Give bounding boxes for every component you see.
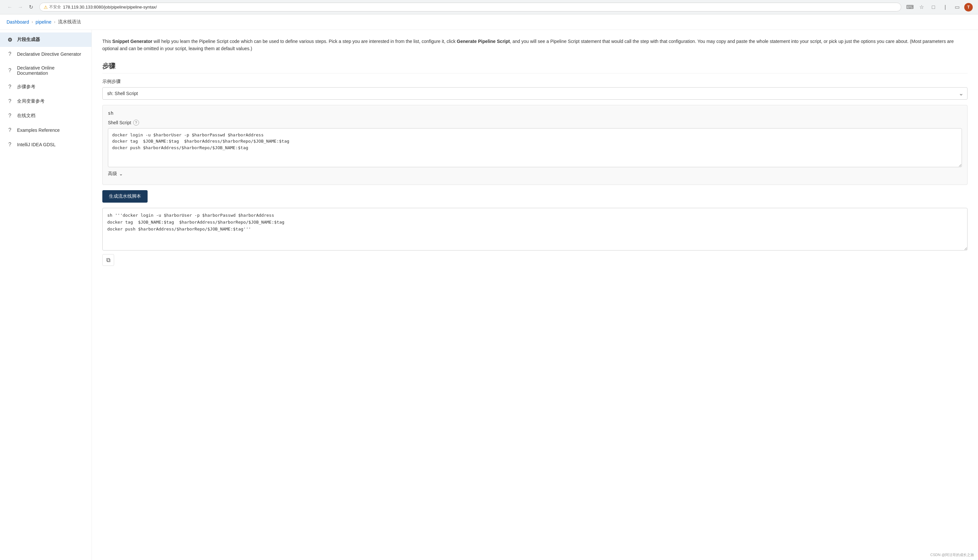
main-content: This Snippet Generator will help you lea… bbox=[92, 30, 978, 560]
main-area: ⚙ 片段生成器 ? Declarative Directive Generato… bbox=[0, 30, 978, 560]
snippet-generator-bold: Snippet Generator bbox=[112, 39, 152, 44]
side-panel-icon[interactable]: ▭ bbox=[953, 3, 961, 12]
breadcrumb-sep-2: › bbox=[54, 20, 55, 24]
code-block-container: sh Shell Script ? docker login -u $harbo… bbox=[102, 105, 968, 185]
generate-pipeline-script-bold: Generate Pipeline Script bbox=[457, 39, 510, 44]
sidebar-item-global-variables[interactable]: ? 全局变量参考 bbox=[0, 94, 92, 108]
sidebar-item-declarative-directive[interactable]: ? Declarative Directive Generator bbox=[0, 47, 92, 61]
profile-icon[interactable]: | bbox=[941, 3, 950, 12]
sidebar-item-snippet-generator[interactable]: ⚙ 片段生成器 bbox=[0, 32, 92, 47]
bookmark-icon[interactable]: ☆ bbox=[917, 3, 926, 12]
advanced-toggle[interactable]: 高级 ⌄ bbox=[108, 168, 123, 179]
field-label: Shell Script ? bbox=[108, 120, 962, 125]
sidebar-item-online-docs[interactable]: ? 在线文档 bbox=[0, 108, 92, 123]
shell-script-textarea[interactable]: docker login -u $harborUser -p $harborPa… bbox=[108, 128, 962, 168]
sidebar-label-steps-reference: 步骤参考 bbox=[17, 84, 35, 90]
question-circle-icon-5: ? bbox=[7, 127, 13, 133]
translate-icon[interactable]: ⌨ bbox=[905, 3, 915, 12]
sidebar-label-global-variables: 全局变量参考 bbox=[17, 98, 45, 104]
nav-buttons: ← → ↻ bbox=[5, 3, 35, 12]
code-label: sh bbox=[108, 110, 962, 116]
breadcrumb-sep-1: › bbox=[32, 20, 33, 24]
question-circle-icon-6: ? bbox=[7, 141, 13, 148]
security-warning-icon: ⚠ bbox=[43, 5, 48, 10]
url-text[interactable]: 178.119.30.133:8080/job/pipeline/pipelin… bbox=[63, 5, 897, 10]
field-label-text: Shell Script bbox=[108, 120, 131, 125]
question-circle-icon-2: ? bbox=[7, 83, 13, 90]
sidebar-item-examples-reference[interactable]: ? Examples Reference bbox=[0, 123, 92, 137]
help-icon[interactable]: ? bbox=[133, 120, 139, 125]
sidebar-label-intellij-gdsl: IntelliJ IDEA GDSL bbox=[17, 142, 56, 147]
sidebar-item-steps-reference[interactable]: ? 步骤参考 bbox=[0, 80, 92, 94]
description-text: This Snippet Generator will help you lea… bbox=[102, 38, 968, 52]
chevron-down-icon-advanced: ⌄ bbox=[119, 171, 123, 177]
breadcrumb: Dashboard › pipeline › 流水线语法 bbox=[0, 15, 978, 30]
security-label: 不安全 bbox=[49, 4, 61, 10]
back-button[interactable]: ← bbox=[5, 3, 15, 12]
sidebar-label-declarative-online: Declarative Online Documentation bbox=[17, 65, 85, 76]
security-indicator: ⚠ 不安全 bbox=[43, 4, 61, 10]
output-textarea[interactable]: sh '''docker login -u $harborUser -p $ha… bbox=[102, 208, 968, 250]
address-bar[interactable]: ⚠ 不安全 178.119.30.133:8080/job/pipeline/p… bbox=[39, 3, 901, 12]
dropdown-wrapper: sh: Shell Script ⌄ bbox=[102, 87, 968, 100]
footer-watermark: CSDN @阿洁哥的成长之旅 bbox=[930, 552, 974, 557]
avatar[interactable]: T bbox=[964, 3, 973, 12]
question-circle-icon-3: ? bbox=[7, 98, 13, 105]
sidebar-item-declarative-online[interactable]: ? Declarative Online Documentation bbox=[0, 61, 92, 80]
breadcrumb-dashboard[interactable]: Dashboard bbox=[7, 19, 29, 25]
breadcrumb-current: 流水线语法 bbox=[58, 19, 81, 25]
question-circle-icon-1: ? bbox=[7, 67, 13, 74]
forward-button[interactable]: → bbox=[16, 3, 25, 12]
question-circle-icon-0: ? bbox=[7, 51, 13, 57]
sidebar-label-online-docs: 在线文档 bbox=[17, 113, 35, 119]
reload-button[interactable]: ↻ bbox=[26, 3, 35, 12]
page-container: Dashboard › pipeline › 流水线语法 ⚙ 片段生成器 ? D… bbox=[0, 15, 978, 560]
gear-icon: ⚙ bbox=[7, 37, 13, 43]
extensions-icon[interactable]: □ bbox=[929, 3, 938, 12]
sidebar-item-intellij-gdsl[interactable]: ? IntelliJ IDEA GDSL bbox=[0, 137, 92, 152]
step-dropdown[interactable]: sh: Shell Script bbox=[102, 87, 968, 100]
generate-button[interactable]: 生成流水线脚本 bbox=[102, 190, 148, 203]
copy-icon: ⧉ bbox=[106, 257, 110, 263]
section-heading: 步骤 bbox=[102, 62, 968, 73]
sidebar-label-snippet-generator: 片段生成器 bbox=[17, 37, 40, 43]
browser-actions: ⌨ ☆ □ | ▭ T bbox=[905, 3, 973, 12]
breadcrumb-pipeline[interactable]: pipeline bbox=[36, 19, 52, 25]
sidebar-label-declarative-directive: Declarative Directive Generator bbox=[17, 52, 81, 57]
browser-chrome: ← → ↻ ⚠ 不安全 178.119.30.133:8080/job/pipe… bbox=[0, 0, 978, 15]
advanced-label: 高级 bbox=[108, 171, 117, 177]
sidebar-label-examples-reference: Examples Reference bbox=[17, 128, 60, 133]
sub-label: 示例步骤 bbox=[102, 79, 968, 85]
question-circle-icon-4: ? bbox=[7, 112, 13, 119]
copy-button[interactable]: ⧉ bbox=[102, 254, 114, 266]
sidebar: ⚙ 片段生成器 ? Declarative Directive Generato… bbox=[0, 30, 92, 560]
